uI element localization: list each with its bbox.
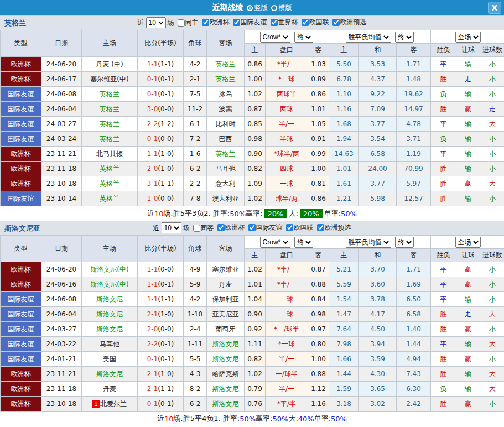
score-cell: 3-1(1-1) <box>138 176 184 191</box>
match-type-cell: 欧洲杯 <box>1 262 41 277</box>
competition-filter[interactable]: 欧洲预选 <box>317 223 351 232</box>
title-bar: 近期战绩 竖版 横版 X <box>0 0 504 15</box>
col-header-date: 日期 <box>41 236 82 262</box>
match-type-cell: 国际友谊 <box>1 337 41 352</box>
fullmatch-select[interactable]: 全场 <box>455 32 481 43</box>
competition-checkbox[interactable] <box>202 19 209 26</box>
same-venue-filter[interactable]: 同客 <box>193 223 214 233</box>
away-odds-cell: 1.01 <box>308 102 329 117</box>
goals-result-cell: 走 <box>480 102 504 117</box>
score-cell: 2-0(0-0) <box>138 322 184 337</box>
vertical-radio-icon[interactable] <box>247 5 253 11</box>
score-cell: 0-1(0-1) <box>138 87 184 102</box>
competition-filter[interactable]: 世界杯 <box>271 18 298 27</box>
avg-away-cell: 6.50 <box>397 292 431 307</box>
score-cell: 1-1(1-1) <box>138 292 184 307</box>
sub-header-odds-home: 主 <box>245 44 266 57</box>
avg-draw-cell: 4.17 <box>359 307 397 322</box>
same-venue-checkbox[interactable] <box>193 225 200 232</box>
match-type-cell: 欧洲杯 <box>1 162 41 176</box>
avg-home-cell: 1.66 <box>329 352 359 367</box>
home-odds-cell: 0.79 <box>245 382 266 397</box>
section-summary: 近10场,胜5平4负1, 胜率:50% 赢率:50% 大:40% 单率:50% <box>0 412 504 426</box>
summary-segment: 近 <box>157 414 164 424</box>
wdl-result-cell: 胜 <box>431 102 456 117</box>
competition-filter[interactable]: 欧国联 <box>302 18 329 27</box>
home-team-cell: 丹麦 (中) <box>82 57 138 72</box>
fullmatch-select[interactable]: 全场 <box>455 237 481 248</box>
sub-header-goals: 进球数 <box>480 44 504 57</box>
match-type-cell: 欧洲杯 <box>1 176 41 191</box>
home-team-cell: 斯洛文尼 <box>82 292 138 307</box>
competition-filter[interactable]: 国际友谊 <box>233 18 267 27</box>
corner-cell: 1-6 <box>184 147 207 162</box>
competition-filter[interactable]: 欧洲杯 <box>217 223 245 232</box>
competition-label: 国际友谊 <box>241 18 267 27</box>
match-type-cell: 欧洲杯 <box>1 277 41 292</box>
competition-checkbox[interactable] <box>217 224 225 231</box>
view-option-vertical[interactable]: 竖版 <box>247 3 268 13</box>
competition-label: 欧洲预选 <box>340 18 367 27</box>
match-row: 欧洲杯24-06-20丹麦 (中)1-1(1-1)4-2英格兰0.86*半/一1… <box>1 57 504 72</box>
same-venue-checkbox[interactable] <box>178 19 185 27</box>
home-team-cell: 丹麦 <box>82 382 138 397</box>
same-venue-filter[interactable]: 同主 <box>178 18 199 28</box>
matches-table-england: 类型 日期 主场 比分(半场) 角球 客场 Crow* 终 胜平负均值 终 全场 <box>0 30 504 206</box>
home-team-cell: 北马其顿 <box>82 147 138 162</box>
competition-filter[interactable]: 欧洲预选 <box>332 18 367 27</box>
fullmatch-select-group: 全场 <box>431 30 504 44</box>
avg-home-cell: 5.21 <box>329 262 359 277</box>
competition-checkbox[interactable] <box>233 19 240 26</box>
score-cell: 2-2(1-2) <box>138 117 184 132</box>
goals-result-cell: 大 <box>480 176 504 191</box>
handicap-cell: *平/半 <box>266 397 308 412</box>
odds-company-select[interactable]: Crow* <box>260 237 290 248</box>
match-row: 国际友谊24-06-04英格兰3-0(0-0)11-2波黑0.87两球1.011… <box>1 102 504 117</box>
odds-final-select[interactable]: 终 <box>294 32 313 43</box>
handicap-cell: 球半/两 <box>266 191 308 206</box>
col-header-score: 比分(半场) <box>138 236 184 262</box>
close-icon[interactable]: X <box>488 2 501 14</box>
competition-checkbox[interactable] <box>302 19 309 26</box>
match-date-cell: 23-11-18 <box>41 162 82 176</box>
sub-header-handicap: 盘口 <box>266 249 308 262</box>
wdl-result-cell: 胜 <box>431 352 456 367</box>
avg-final-select[interactable]: 终 <box>395 237 414 248</box>
competition-label: 世界杯 <box>278 18 298 27</box>
competition-filter[interactable]: 欧洲杯 <box>202 18 230 27</box>
avg-away-cell: 1.71 <box>397 57 431 72</box>
same-venue-label: 同客 <box>201 223 214 233</box>
score-cell: 0-1(0-1) <box>138 352 184 367</box>
competition-filter[interactable]: 欧国联 <box>286 223 314 232</box>
avg-select[interactable]: 胜平负均值 <box>346 32 391 43</box>
competition-checkbox[interactable] <box>332 19 340 26</box>
summary-segment: 50% <box>331 415 347 423</box>
recent-count-select[interactable]: 10 <box>146 17 166 28</box>
competition-checkbox[interactable] <box>271 19 278 26</box>
avg-draw-cell: 9.22 <box>359 87 397 102</box>
goals-result-cell: 小 <box>480 292 504 307</box>
competition-filter[interactable]: 国际友谊 <box>248 223 283 232</box>
match-row: 欧洲杯24-06-20斯洛文尼(中)1-1(0-0)4-9塞尔维亚1.02*半/… <box>1 262 504 277</box>
handicap-result-cell: 赢 <box>456 397 480 412</box>
avg-home-cell: 5.59 <box>329 277 359 292</box>
away-odds-cell: 0.86 <box>308 191 329 206</box>
competition-checkbox[interactable] <box>317 224 324 231</box>
odds-company-select[interactable]: Crow* <box>260 32 290 43</box>
handicap-result-cell: 输 <box>456 132 480 147</box>
recent-count-select[interactable]: 10 <box>162 222 181 233</box>
handicap-cell: *一球 <box>266 337 308 352</box>
wdl-result-cell: 平 <box>431 117 456 132</box>
match-row: 国际友谊24-06-04斯洛文尼2-1(1-0)1-10亚美尼亚0.90一球0.… <box>1 307 504 322</box>
wdl-result-cell: 胜 <box>431 307 456 322</box>
view-option-horizontal[interactable]: 横版 <box>271 3 292 13</box>
away-odds-cell: 1.12 <box>308 382 329 397</box>
avg-select[interactable]: 胜平负均值 <box>346 237 391 248</box>
competition-checkbox[interactable] <box>286 224 293 231</box>
avg-final-select[interactable]: 终 <box>395 32 414 43</box>
horizontal-radio-icon[interactable] <box>271 5 277 11</box>
avg-away-cell: 6.30 <box>397 382 431 397</box>
competition-checkbox[interactable] <box>248 224 256 231</box>
odds-final-select[interactable]: 终 <box>294 237 313 248</box>
home-odds-cell: 0.82 <box>245 352 266 367</box>
